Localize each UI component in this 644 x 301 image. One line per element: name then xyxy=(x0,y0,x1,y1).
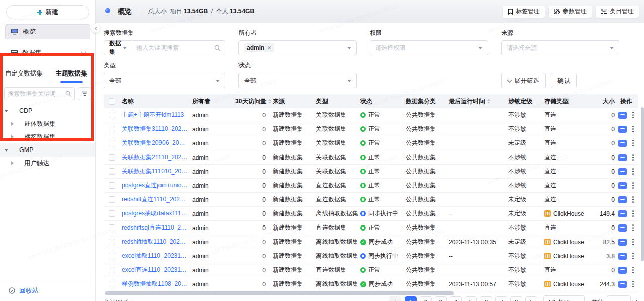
select-all-checkbox[interactable] xyxy=(109,98,115,105)
caret-expanded-icon[interactable] xyxy=(4,149,8,152)
tree-item-用户触达[interactable]: 用户触达 xyxy=(0,157,95,170)
page-button-8[interactable]: 8 xyxy=(510,296,522,301)
more-actions-icon[interactable] xyxy=(631,209,635,218)
page-size-select[interactable]: 50 条/页 xyxy=(543,295,585,301)
page-button-7[interactable]: 7 xyxy=(495,296,507,301)
preview-icon[interactable] xyxy=(618,281,627,288)
dataset-name-link[interactable]: 关联数据集31110_202311... xyxy=(122,125,188,133)
dataset-name-link[interactable]: 样例数据抽取1108_20231... xyxy=(122,280,188,288)
row-checkbox[interactable] xyxy=(109,126,115,132)
sidebar-item-dataset[interactable]: 数据集 xyxy=(5,45,90,60)
owner-select[interactable]: admin✕ xyxy=(238,40,357,55)
category-manage-button[interactable]: 类目管理 xyxy=(596,6,639,18)
tree-filter-button[interactable] xyxy=(78,87,91,100)
confirm-button[interactable]: 确认 xyxy=(551,73,577,88)
preview-icon[interactable] xyxy=(618,154,627,161)
tree-item-GMP[interactable]: GMP xyxy=(0,143,95,157)
more-actions-icon[interactable] xyxy=(631,125,635,133)
more-actions-icon[interactable] xyxy=(631,153,635,162)
more-actions-icon[interactable] xyxy=(631,167,635,176)
more-actions-icon[interactable] xyxy=(631,280,635,288)
dataset-name-link[interactable]: postgres直连join+union11... xyxy=(122,181,188,190)
more-actions-icon[interactable] xyxy=(631,238,635,246)
tag-manage-button[interactable]: 标签管理 xyxy=(503,6,545,18)
page-button-5[interactable]: 5 xyxy=(465,296,477,301)
preview-icon[interactable] xyxy=(618,224,627,232)
more-actions-icon[interactable] xyxy=(631,266,635,274)
dataset-name-link[interactable]: postgres抽取datax1110_2... xyxy=(122,209,188,218)
row-checkbox[interactable] xyxy=(109,140,115,146)
prev-page-button[interactable] xyxy=(389,296,401,301)
preview-icon[interactable] xyxy=(618,210,627,217)
sidebar-collapse-handle[interactable] xyxy=(91,24,100,33)
dataset-name-link[interactable]: excel抽取1110_20231110... xyxy=(122,252,188,260)
page-button-4[interactable]: 4 xyxy=(450,296,462,301)
search-type-select[interactable]: 数据集 xyxy=(104,40,132,55)
sort-icon[interactable] xyxy=(487,99,490,104)
permission-select[interactable]: 请选择权限 xyxy=(370,40,488,55)
dataset-name-link[interactable]: 主题+主题不开idm1113 xyxy=(122,111,184,119)
tree-item-标签数据集[interactable]: 标签数据集 xyxy=(0,130,95,143)
row-checkbox[interactable] xyxy=(109,182,115,189)
sidebar-item-overview[interactable]: 概览 xyxy=(5,24,90,39)
preview-icon[interactable] xyxy=(618,239,627,246)
dataset-name-link[interactable]: excel直连1110_20231110... xyxy=(122,266,188,274)
dataset-name-link[interactable]: redshiftsql直连1110_2023... xyxy=(122,223,188,232)
preview-icon[interactable] xyxy=(618,168,627,175)
caret-collapsed-icon[interactable] xyxy=(11,122,14,126)
caret-collapsed-icon[interactable] xyxy=(11,135,14,139)
row-checkbox[interactable] xyxy=(109,224,115,231)
dataset-name-link[interactable]: redshift直连1110_202311... xyxy=(122,195,188,204)
preview-icon[interactable] xyxy=(618,126,627,133)
vertical-scrollbar[interactable] xyxy=(641,107,644,261)
more-actions-icon[interactable] xyxy=(631,252,635,260)
preview-icon[interactable] xyxy=(618,267,627,274)
dataset-name-link[interactable]: redshift抽取1110_202311... xyxy=(122,238,188,246)
dataset-search-input[interactable] xyxy=(8,90,63,97)
more-actions-icon[interactable] xyxy=(631,181,635,190)
keyword-search-input[interactable] xyxy=(136,44,214,51)
more-actions-icon[interactable] xyxy=(631,111,635,119)
status-select[interactable]: 全部 xyxy=(238,73,357,88)
goto-page-input[interactable] xyxy=(607,295,631,301)
more-actions-icon[interactable] xyxy=(631,195,635,204)
param-manage-button[interactable]: 参数管理 xyxy=(549,6,592,18)
source-select[interactable]: 请选择来源 xyxy=(501,40,619,55)
page-button-1[interactable]: 1 xyxy=(405,296,417,301)
row-checkbox[interactable] xyxy=(109,239,115,245)
row-checkbox[interactable] xyxy=(109,253,115,259)
page-button-3[interactable]: 3 xyxy=(435,296,447,301)
caret-collapsed-icon[interactable] xyxy=(11,161,14,165)
page-button-2[interactable]: 2 xyxy=(420,296,432,301)
preview-icon[interactable] xyxy=(618,182,627,189)
horizontal-scrollbar[interactable] xyxy=(105,291,454,295)
preview-icon[interactable] xyxy=(618,140,627,147)
dataset-name-link[interactable]: 关联数据集20906_202311... xyxy=(122,139,188,147)
chevron-down-icon[interactable] xyxy=(81,50,86,55)
tab-custom-dataset[interactable]: 自定义数据集 xyxy=(0,65,48,83)
sidebar-item-recycle-bin[interactable]: 回收站 xyxy=(0,280,95,301)
dataset-name-link[interactable]: 关联数据集111010_20231... xyxy=(122,167,188,176)
row-checkbox[interactable] xyxy=(109,267,115,273)
row-checkbox[interactable] xyxy=(109,112,115,118)
row-checkbox[interactable] xyxy=(109,154,115,161)
page-button-6[interactable]: 6 xyxy=(480,296,492,301)
expand-filter-button[interactable]: 展开筛选 xyxy=(501,73,546,88)
more-actions-icon[interactable] xyxy=(631,223,635,232)
more-actions-icon[interactable] xyxy=(631,139,635,147)
new-button[interactable]: 新建 xyxy=(6,5,89,19)
next-page-button[interactable] xyxy=(525,296,537,301)
row-checkbox[interactable] xyxy=(109,168,115,175)
row-checkbox[interactable] xyxy=(109,196,115,203)
row-checkbox[interactable] xyxy=(109,281,115,287)
preview-icon[interactable] xyxy=(618,253,627,260)
caret-expanded-icon[interactable] xyxy=(4,110,8,112)
preview-icon[interactable] xyxy=(618,112,627,119)
dataset-name-link[interactable]: 关联数据集21110_202311... xyxy=(122,153,188,162)
row-checkbox[interactable] xyxy=(109,210,115,217)
tree-item-群体数据集[interactable]: 群体数据集 xyxy=(0,117,95,130)
tab-theme-dataset[interactable]: 主题数据集 xyxy=(48,65,96,83)
preview-icon[interactable] xyxy=(618,196,627,203)
tree-item-CDP[interactable]: CDP xyxy=(0,104,95,117)
type-select[interactable]: 全部 xyxy=(104,73,225,88)
